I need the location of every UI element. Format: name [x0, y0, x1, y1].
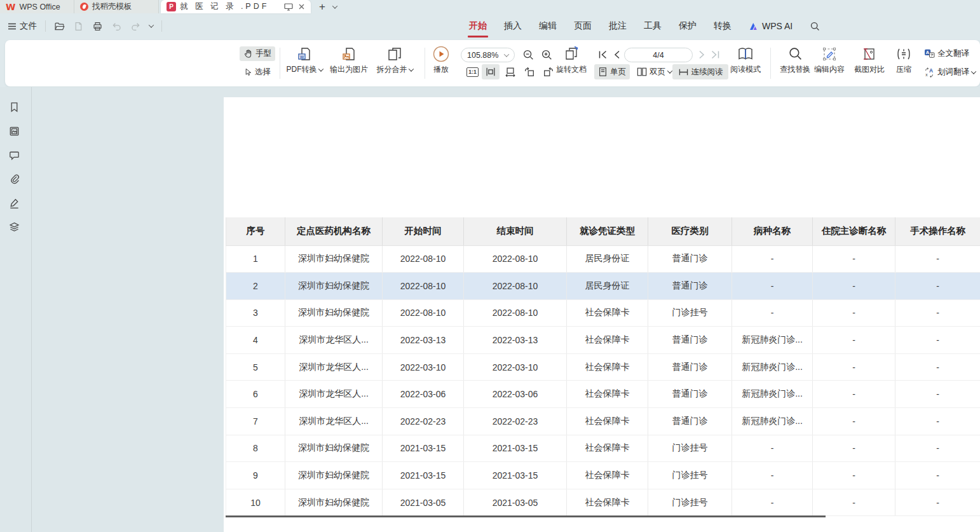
ribbon-toolbar: 手型 选择 W PDF转换 输出为图片 拆分合并 播放 105.88% 旋转文档	[5, 40, 980, 86]
tab-docer-templates[interactable]: 找稻壳模板	[74, 0, 159, 13]
table-row[interactable]: 6深圳市龙华区人...2022-03-062022-03-06社会保障卡普通门诊…	[226, 381, 980, 408]
table-cell: 社会保障卡	[567, 489, 648, 516]
table-cell: -	[895, 353, 980, 381]
tab-document-active[interactable]: P 就 医 记 录 .PDF	[161, 0, 311, 13]
table-cell: 2022-08-10	[464, 299, 567, 327]
single-page-icon	[598, 67, 608, 77]
table-cell: 2022-02-23	[464, 408, 567, 435]
fit-page-button[interactable]	[502, 64, 519, 79]
pdf-convert-button[interactable]: W PDF转换	[279, 45, 330, 75]
pdf-page[interactable]: 序号定点医药机构名称开始时间结束时间就诊凭证类型医疗类别病种名称住院主诊断名称手…	[224, 97, 980, 532]
new-tab-button[interactable]: +	[319, 0, 325, 13]
table-cell: 2021-03-15	[383, 435, 464, 462]
table-cell: 普通门诊	[648, 327, 732, 354]
full-translate-label: 全文翻译	[937, 48, 969, 59]
read-mode-button[interactable]: 阅读模式	[723, 45, 768, 75]
table-cell: 门诊挂号	[648, 462, 732, 489]
ribbon-tab-7[interactable]: 保护	[679, 13, 697, 39]
table-row[interactable]: 3深圳市妇幼保健院2022-08-102022-08-10社会保障卡门诊挂号--…	[226, 299, 980, 327]
redo-icon[interactable]	[130, 21, 141, 32]
previous-page-button[interactable]	[611, 48, 622, 62]
page-number-input[interactable]: 4/4	[624, 48, 693, 62]
comment-icon[interactable]	[8, 149, 20, 161]
tab-label: 找稻壳模板	[92, 1, 132, 12]
table-cell: 深圳市龙华区人...	[285, 327, 383, 354]
hand-tool-button[interactable]: 手型	[240, 46, 275, 61]
close-tab-icon[interactable]	[298, 3, 305, 10]
table-header-row: 序号定点医药机构名称开始时间结束时间就诊凭证类型医疗类别病种名称住院主诊断名称手…	[226, 217, 980, 245]
table-cell: 居民身份证	[567, 273, 648, 300]
table-cell: 2022-02-23	[383, 408, 464, 435]
ribbon-tab-1[interactable]: 开始	[469, 13, 487, 39]
tab-list-chevron-icon[interactable]	[333, 0, 337, 13]
ribbon-tab-4[interactable]: 页面	[574, 13, 592, 39]
file-menu-button[interactable]: 文件	[8, 20, 37, 32]
table-cell: -	[895, 299, 980, 327]
menu-bar: 文件 开始插入编辑页面批注工具保护转换 WPS AI	[0, 13, 980, 39]
split-merge-button[interactable]: 拆分合并	[369, 45, 420, 75]
save-icon[interactable]	[73, 21, 84, 32]
quickbar-chevron-icon[interactable]	[149, 22, 154, 27]
rotate-right-button[interactable]	[540, 64, 557, 79]
table-cell: 2022-03-13	[464, 327, 567, 354]
ribbon-tab-8[interactable]: 转换	[714, 13, 732, 39]
dropdown-chevron-icon	[408, 66, 413, 71]
search-icon[interactable]	[810, 21, 820, 32]
continuous-reading-label: 连续阅读	[691, 67, 723, 78]
print-icon[interactable]	[92, 21, 103, 32]
zoom-out-button[interactable]	[521, 48, 535, 62]
table-row[interactable]: 9深圳市妇幼保健院2021-03-152021-03-15社会保障卡门诊挂号--…	[226, 462, 980, 489]
attachment-icon[interactable]	[8, 173, 20, 185]
double-page-button[interactable]: 双页	[634, 64, 674, 79]
full-translate-button[interactable]: A 全文翻译	[920, 46, 973, 61]
monitor-icon[interactable]	[284, 3, 293, 11]
rotate-left-button[interactable]	[521, 64, 538, 79]
screenshot-compare-button[interactable]: 截图对比	[847, 45, 892, 75]
play-button[interactable]: 播放	[427, 45, 455, 75]
bookmark-icon[interactable]	[8, 101, 20, 113]
first-page-button[interactable]	[596, 48, 609, 62]
undo-icon[interactable]	[111, 21, 122, 32]
table-row[interactable]: 10深圳市妇幼保健院2021-03-052021-03-05社会保障卡门诊挂号-…	[226, 489, 980, 516]
continuous-reading-button[interactable]: 连续阅读	[672, 64, 728, 79]
table-cell: 普通门诊	[648, 273, 732, 300]
table-row[interactable]: 8深圳市妇幼保健院2021-03-152021-03-15社会保障卡门诊挂号--…	[226, 435, 980, 462]
select-tool-button[interactable]: 选择	[240, 65, 275, 79]
layers-icon[interactable]	[8, 221, 20, 233]
table-bottom-border	[226, 515, 826, 517]
pdf-file-icon: P	[167, 2, 176, 11]
table-row[interactable]: 5深圳市龙华区人...2022-03-102022-03-10社会保障卡普通门诊…	[226, 353, 980, 381]
svg-text:x: x	[925, 72, 928, 77]
table-row[interactable]: 2深圳市妇幼保健院2022-08-102022-08-10居民身份证普通门诊--…	[226, 273, 980, 300]
ribbon-tab-6[interactable]: 工具	[644, 13, 662, 39]
ribbon-tab-5[interactable]: 批注	[609, 13, 627, 39]
ribbon-tab-2[interactable]: 插入	[504, 13, 522, 39]
table-row[interactable]: 1深圳市妇幼保健院2022-08-102022-08-10居民身份证普通门诊--…	[226, 245, 980, 273]
next-page-button[interactable]	[696, 48, 707, 62]
table-cell: -	[732, 273, 813, 300]
last-page-button[interactable]	[709, 48, 721, 62]
open-file-icon[interactable]	[54, 21, 65, 32]
table-row[interactable]: 4深圳市龙华区人...2022-03-132022-03-13社会保障卡普通门诊…	[226, 327, 980, 354]
table-cell: 2021-03-05	[464, 489, 567, 516]
table-cell: 社会保障卡	[567, 435, 648, 462]
continuous-reading-icon	[678, 67, 689, 77]
zoom-level-select[interactable]: 105.88%	[461, 48, 515, 62]
word-translate-button[interactable]: Ax 划词翻译	[920, 65, 979, 79]
thumbnail-icon[interactable]	[8, 125, 20, 137]
fit-width-button[interactable]	[482, 64, 500, 79]
edit-content-button[interactable]: 编辑内容	[807, 45, 852, 75]
wps-ai-button[interactable]: WPS AI	[749, 21, 793, 31]
table-cell: 社会保障卡	[567, 353, 648, 381]
single-page-button[interactable]: 单页	[594, 64, 630, 79]
column-header: 序号	[226, 217, 285, 245]
table-row[interactable]: 7深圳市龙华区人...2022-02-232022-02-23社会保障卡普通门诊…	[226, 408, 980, 435]
ribbon-tab-3[interactable]: 编辑	[539, 13, 557, 39]
export-image-button[interactable]: 输出为图片	[323, 45, 374, 75]
rotate-document-icon	[564, 46, 580, 62]
actual-size-button[interactable]: 1:1	[464, 64, 481, 79]
annotate-pen-icon[interactable]	[8, 197, 20, 209]
tab-wps-office[interactable]: W WPS Office	[0, 0, 74, 13]
word-translate-label: 划词翻译	[937, 67, 969, 78]
compress-button[interactable]: 压缩	[888, 45, 920, 75]
